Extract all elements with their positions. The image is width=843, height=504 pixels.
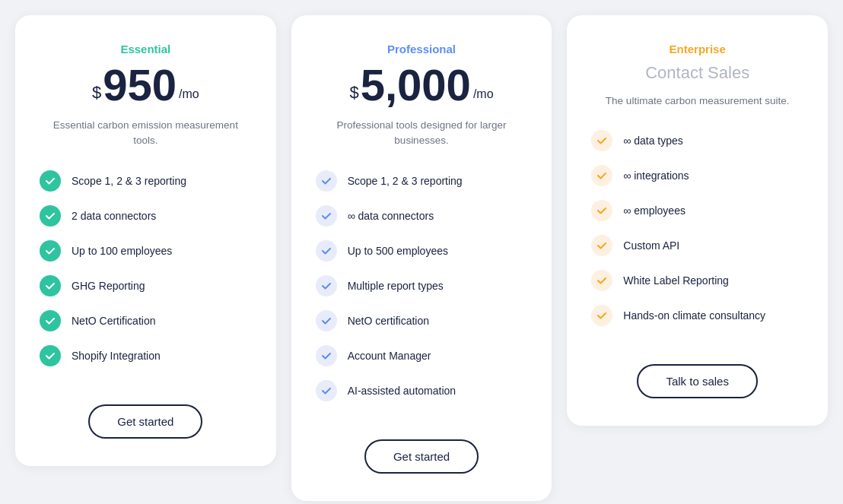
feature-text: Hands-on climate consultancy [623, 309, 765, 322]
list-item: Multiple report types [316, 275, 528, 296]
list-item: ∞ data types [591, 130, 803, 151]
list-item: White Label Reporting [591, 270, 803, 291]
list-item: Hands-on climate consultancy [591, 305, 803, 326]
list-item: Shopify Integration [40, 345, 252, 366]
pricing-card-enterprise: EnterpriseContact SalesThe ultimate carb… [567, 15, 828, 426]
feature-text: AI-assisted automation [348, 385, 456, 397]
feature-text: Shopify Integration [72, 350, 161, 362]
list-item: ∞ integrations [591, 165, 803, 186]
pricing-card-essential: Essential$950/moEssential carbon emissio… [15, 15, 276, 466]
check-icon [316, 380, 337, 401]
pricing-container: Essential$950/moEssential carbon emissio… [15, 15, 828, 501]
pricing-card-professional: Professional$5,000/moProfessional tools … [291, 15, 552, 501]
professional-get-started-button[interactable]: Get started [364, 439, 479, 474]
feature-text: Scope 1, 2 & 3 reporting [72, 175, 186, 187]
check-icon [591, 235, 612, 256]
check-icon [591, 165, 612, 186]
list-item: Up to 500 employees [316, 240, 528, 262]
price-row-professional: $5,000/mo [349, 63, 493, 107]
plan-name-essential: Essential [120, 43, 170, 55]
list-item: NetO certification [316, 310, 528, 331]
feature-text: ∞ employees [623, 204, 686, 217]
check-icon [591, 130, 612, 151]
price-symbol-professional: $ [349, 83, 358, 103]
price-amount-essential: 950 [103, 63, 177, 107]
check-icon [40, 205, 61, 227]
price-period-essential: /mo [179, 87, 199, 101]
feature-text: ∞ integrations [623, 170, 689, 182]
list-item: Account Manager [316, 345, 528, 366]
plan-name-professional: Professional [387, 43, 456, 55]
features-list-essential: Scope 1, 2 & 3 reporting2 data connector… [40, 170, 252, 380]
price-amount-professional: 5,000 [361, 63, 471, 107]
check-icon [316, 240, 337, 262]
feature-text: ∞ data connectors [348, 210, 434, 222]
check-icon [316, 345, 337, 366]
check-icon [40, 275, 61, 296]
price-period-professional: /mo [473, 87, 494, 101]
enterprise-get-started-button[interactable]: Talk to sales [637, 364, 758, 398]
check-icon [591, 305, 612, 326]
plan-name-enterprise: Enterprise [670, 43, 726, 55]
list-item: ∞ data connectors [316, 205, 528, 227]
plan-desc-enterprise: The ultimate carbon measurement suite. [606, 94, 790, 109]
feature-text: Multiple report types [348, 280, 444, 292]
list-item: Custom API [591, 235, 803, 256]
list-item: ∞ employees [591, 200, 803, 221]
feature-text: ∞ data types [623, 135, 682, 147]
list-item: 2 data connectors [40, 205, 252, 227]
essential-get-started-button[interactable]: Get started [88, 404, 202, 439]
list-item: Scope 1, 2 & 3 reporting [316, 170, 528, 192]
features-list-professional: Scope 1, 2 & 3 reporting∞ data connector… [316, 170, 528, 415]
feature-text: Up to 500 employees [348, 245, 448, 257]
feature-text: GHG Reporting [72, 280, 145, 292]
check-icon [591, 270, 612, 291]
check-icon [591, 200, 612, 221]
feature-text: Scope 1, 2 & 3 reporting [348, 175, 463, 187]
feature-text: NetO certification [348, 315, 429, 327]
list-item: Up to 100 employees [40, 240, 252, 262]
check-icon [316, 275, 337, 296]
check-icon [40, 240, 61, 262]
feature-text: 2 data connectors [72, 210, 156, 222]
feature-text: Up to 100 employees [72, 245, 172, 257]
features-list-enterprise: ∞ data types∞ integrations∞ employeesCus… [591, 130, 803, 340]
feature-text: White Label Reporting [623, 274, 729, 287]
list-item: NetO Certification [40, 310, 252, 331]
check-icon [40, 170, 61, 192]
price-symbol-essential: $ [92, 83, 101, 103]
list-item: GHG Reporting [40, 275, 252, 296]
feature-text: Account Manager [348, 350, 431, 362]
plan-desc-essential: Essential carbon emission measurement to… [40, 118, 252, 149]
list-item: Scope 1, 2 & 3 reporting [40, 170, 252, 192]
plan-desc-professional: Professional tools designed for larger b… [316, 118, 528, 149]
check-icon [316, 310, 337, 331]
check-icon [316, 205, 337, 227]
check-icon [40, 310, 61, 331]
contact-sales-enterprise: Contact Sales [645, 63, 749, 83]
feature-text: NetO Certification [72, 315, 155, 327]
feature-text: Custom API [623, 239, 679, 252]
list-item: AI-assisted automation [316, 380, 528, 401]
price-row-essential: $950/mo [92, 63, 199, 107]
check-icon [40, 345, 61, 366]
check-icon [316, 170, 337, 192]
